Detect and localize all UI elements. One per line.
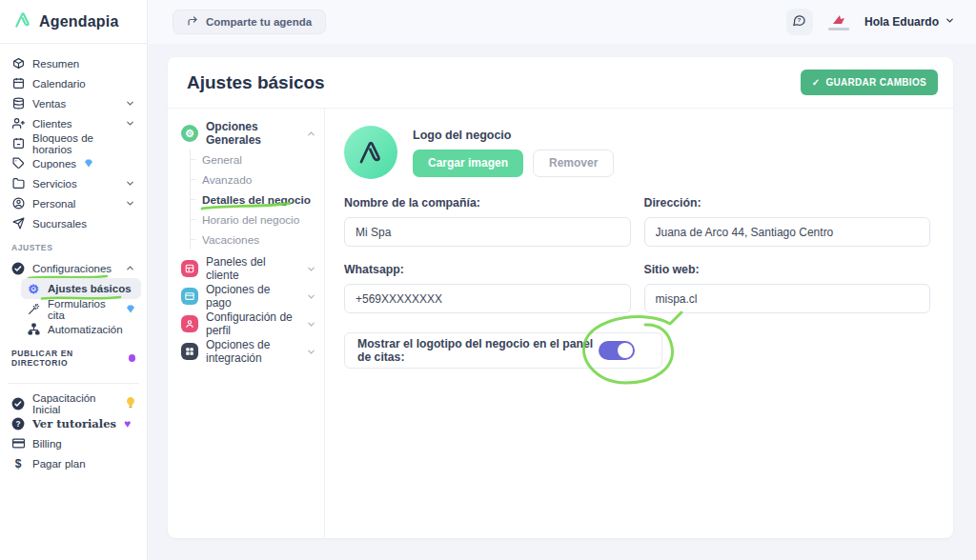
subnav-group-opciones-pago[interactable]: Opciones de pago: [181, 285, 316, 308]
folder-icon: [11, 177, 25, 190]
share-agenda-label: Comparte tu agenda: [206, 16, 312, 28]
share-agenda-button[interactable]: Comparte tu agenda: [173, 10, 326, 34]
sidebar-item-ajustes-basicos[interactable]: ⚙ Ajustes básicos: [21, 278, 141, 299]
sidebar-item-label: Servicios: [32, 178, 77, 190]
settings-subnav: ⚙ Opciones Generales General Avanzado De…: [168, 109, 325, 537]
dollar-icon: $: [11, 457, 25, 470]
database-icon: [11, 97, 25, 110]
sidebar-item-ventas[interactable]: Ventas: [6, 93, 141, 113]
sidebar-divider: [8, 383, 139, 384]
directorio-label: PUBLICAR EN DIRECTORIO: [11, 349, 125, 368]
sidebar-item-bloqueos[interactable]: Bloqueos de horarios: [6, 133, 141, 153]
user-menu[interactable]: Hola Eduardo: [864, 15, 955, 29]
subnav-item-detalles-negocio[interactable]: Detalles del negocio: [191, 190, 316, 210]
agendapia-logo-icon: [13, 10, 32, 33]
brand-logo[interactable]: Agendapia: [0, 0, 147, 44]
chevron-down-icon: [306, 291, 316, 302]
check-circle-icon: [11, 262, 25, 275]
credit-card-icon: [11, 437, 25, 450]
tag-icon: [11, 157, 25, 170]
subnav-group-label: Opciones de pago: [206, 283, 298, 310]
subnav-item-avanzado[interactable]: Avanzado: [191, 170, 316, 190]
subnav-item-vacaciones[interactable]: Vacaciones: [191, 230, 316, 250]
sidebar-item-formularios-cita[interactable]: Formularios cita: [21, 299, 141, 319]
chevron-up-icon: [125, 263, 135, 273]
sidebar-item-pagar-plan[interactable]: $ Pagar plan: [6, 453, 141, 473]
sidebar-item-personal[interactable]: Personal: [6, 193, 141, 213]
sidebar-item-label: Automatización: [48, 324, 123, 335]
sidebar-item-tutoriales[interactable]: ? Ver tutoriales ♥: [6, 413, 141, 433]
sidebar-item-label: Billing: [32, 438, 62, 450]
sidebar-item-resumen[interactable]: Resumen: [6, 53, 141, 73]
sidebar-item-label: Ventas: [32, 98, 66, 110]
magic-wand-icon: [27, 303, 40, 315]
business-details-form: Logo del negocio Cargar imagen Remover N…: [325, 109, 953, 537]
sidebar-item-servicios[interactable]: Servicios: [6, 173, 141, 193]
sidebar-item-label: Resumen: [32, 58, 79, 70]
whatsapp-input[interactable]: [344, 284, 631, 313]
logo-toggle[interactable]: [599, 341, 635, 360]
cube-icon: [11, 57, 25, 70]
brand-name: Agendapia: [39, 13, 119, 30]
subnav-group-label: Opciones Generales: [206, 120, 298, 147]
help-chat-button[interactable]: ?: [786, 9, 813, 35]
company-name-input[interactable]: [344, 217, 631, 247]
sidebar-item-capacitacion[interactable]: Capacitación Inicial: [6, 393, 141, 413]
chevron-down-icon: [306, 347, 316, 357]
subnav-item-horario-negocio[interactable]: Horario del negocio: [191, 210, 316, 230]
payment-card-icon: [181, 288, 198, 305]
sidebar-item-label: Capacitación Inicial: [32, 392, 118, 415]
subnav-group-paneles-cliente[interactable]: Paneles del cliente: [181, 257, 316, 280]
sidebar-item-configuraciones[interactable]: Configuraciones: [6, 258, 141, 278]
address-input[interactable]: [644, 217, 931, 247]
sidebar-item-label: Ver tutoriales: [32, 417, 116, 430]
website-input[interactable]: [644, 284, 931, 313]
sidebar-item-sucursales[interactable]: Sucursales: [6, 213, 141, 233]
website-field: Sitio web:: [644, 263, 931, 313]
subnav-group-config-perfil[interactable]: Configuración de perfil: [181, 312, 316, 335]
settings-card: Ajustes básicos ✓ GUARDAR CAMBIOS ⚙ Opci…: [168, 57, 953, 538]
subnav-group-label: Paneles del cliente: [206, 255, 298, 282]
chevron-down-icon: [125, 178, 135, 189]
subnav-item-general[interactable]: General: [191, 150, 316, 170]
address-field: Dirección:: [644, 196, 931, 247]
subnav-group-integracion[interactable]: Opciones de integración: [181, 340, 316, 363]
svg-text:?: ?: [16, 419, 21, 428]
website-label: Sitio web:: [644, 263, 931, 276]
calendar-icon: [11, 77, 25, 90]
chevron-down-icon: [125, 98, 135, 109]
whatsapp-field: Whatsapp:: [344, 263, 631, 313]
sidebar-item-label: Configuraciones: [32, 263, 112, 274]
svg-text:?: ?: [798, 16, 802, 23]
remove-image-button[interactable]: Remover: [533, 150, 614, 177]
show-logo-toggle-row: Mostrar el logotipo del negocio en el pa…: [344, 332, 662, 369]
page-title: Ajustes básicos: [187, 72, 325, 93]
sidebar-item-label: Clientes: [32, 118, 72, 130]
chevron-down-icon: [125, 118, 135, 129]
user-greeting: Hola Eduardo: [864, 15, 939, 29]
sidebar-section-directorio[interactable]: PUBLICAR EN DIRECTORIO: [6, 339, 141, 373]
topbar: Comparte tu agenda ? Hola Eduardo: [148, 0, 976, 44]
diamond-icon: [84, 158, 93, 170]
save-changes-button[interactable]: ✓ GUARDAR CAMBIOS: [801, 70, 938, 95]
partner-logo[interactable]: [828, 13, 849, 30]
sidebar-item-label: Personal: [32, 198, 75, 210]
subnav-group-opciones-generales[interactable]: ⚙ Opciones Generales: [181, 122, 316, 145]
sidebar-item-billing[interactable]: Billing: [6, 433, 141, 453]
question-circle-icon: ?: [11, 417, 25, 430]
subnav-group-label: Opciones de integración: [206, 338, 298, 365]
chevron-up-icon: [306, 129, 316, 139]
main-content: Ajustes básicos ✓ GUARDAR CAMBIOS ⚙ Opci…: [148, 44, 976, 560]
chevron-down-icon: [306, 264, 316, 274]
logo-field-label: Logo del negocio: [413, 129, 614, 142]
purple-heart-icon: ♥: [124, 418, 131, 430]
sidebar-item-cupones[interactable]: Cupones: [6, 153, 141, 173]
upload-image-button[interactable]: Cargar imagen: [413, 150, 523, 177]
sidebar-item-automatizacion[interactable]: Automatización: [21, 319, 141, 339]
card-header: Ajustes básicos ✓ GUARDAR CAMBIOS: [168, 57, 953, 109]
sidebar-item-clientes[interactable]: Clientes: [6, 113, 141, 133]
chevron-down-icon: [945, 15, 955, 29]
send-icon: [11, 217, 25, 230]
sidebar-item-label: Formularios cita: [48, 298, 118, 321]
sidebar-item-calendario[interactable]: Calendario: [6, 73, 141, 93]
